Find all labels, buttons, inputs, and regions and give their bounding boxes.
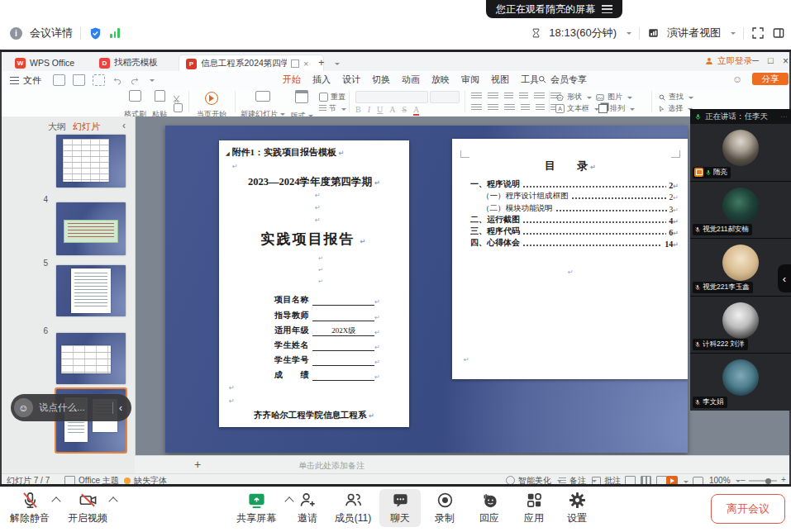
font-size-box[interactable] xyxy=(430,91,460,103)
chat-quick-input[interactable]: ☺ 说点什么... ‹ xyxy=(11,394,131,421)
members-button[interactable]: 成员(11) xyxy=(327,491,379,525)
share-screen-button[interactable]: 共享屏幕 xyxy=(231,491,281,525)
format-painter-button[interactable]: 格式刷 xyxy=(124,90,145,120)
view-mode-selector[interactable]: 演讲者视图 xyxy=(667,26,721,40)
panel-collapse-handle[interactable]: ‹ xyxy=(778,264,791,292)
share-button[interactable]: 分享 xyxy=(752,73,789,85)
chat-collapse-icon[interactable]: ‹ xyxy=(113,402,128,414)
text-direction-icon[interactable] xyxy=(536,104,545,112)
search-icon[interactable] xyxy=(537,74,547,84)
numbering-icon[interactable] xyxy=(488,93,498,100)
quick-access-caret[interactable] xyxy=(150,79,155,84)
new-tab-button[interactable]: + xyxy=(318,56,325,69)
apps-button[interactable]: 应用 xyxy=(511,491,557,525)
reactions-button[interactable]: 回应 xyxy=(466,491,512,525)
info-icon[interactable]: i xyxy=(10,27,22,40)
video-tile[interactable]: 视觉221李玉鑫 xyxy=(690,239,791,296)
unmute-button[interactable]: 解除静音 xyxy=(7,491,53,525)
timer-dropdown-caret[interactable] xyxy=(627,32,631,37)
meeting-timer: 18:13(60分钟) xyxy=(549,26,617,40)
strike-button[interactable]: S xyxy=(402,105,407,116)
tab-popout-icon[interactable] xyxy=(291,59,299,68)
align-center-icon[interactable] xyxy=(471,104,482,112)
video-tile[interactable]: 计科222 刘洋 xyxy=(690,297,791,354)
picture-button[interactable]: 图片 xyxy=(595,92,632,102)
notes-bar[interactable]: + 单击此处添加备注 xyxy=(135,455,791,474)
add-slide-button[interactable]: + xyxy=(194,458,201,471)
outline-tab[interactable]: 大纲 xyxy=(48,121,66,133)
panel-more-icon[interactable]: ⋯ xyxy=(780,112,788,121)
new-slide-button[interactable]: 新建幻灯片 xyxy=(240,90,286,120)
fullscreen-icon[interactable] xyxy=(751,26,765,40)
chat-button[interactable]: 聊天 xyxy=(377,491,423,525)
window-maximize-icon[interactable]: □ xyxy=(768,55,774,65)
section-button[interactable]: 节 xyxy=(319,103,346,114)
current-slide[interactable]: ◢ 附件1：实践项目报告模板 ↵ ↵ 2023—2024学年度第四学期 ↵ ↵ … xyxy=(165,126,688,453)
security-shield-icon[interactable] xyxy=(88,26,102,40)
slide-thumbnail-5[interactable] xyxy=(56,265,126,316)
leave-meeting-button[interactable]: 离开会议 xyxy=(711,494,785,524)
file-menu[interactable]: 文件 xyxy=(10,74,41,87)
login-button[interactable]: 立即登录 xyxy=(704,55,752,67)
video-tile[interactable]: 李文娟 xyxy=(690,354,791,411)
align-right-icon[interactable] xyxy=(488,104,498,112)
notes-placeholder[interactable]: 单击此处添加备注 xyxy=(298,460,365,472)
participant-label: 李文娟 xyxy=(693,397,727,408)
video-tile[interactable]: 隋亮 xyxy=(690,124,791,181)
meeting-details-button[interactable]: 会议详情 xyxy=(30,26,73,40)
find-button[interactable]: 查找 xyxy=(658,92,693,102)
invite-button[interactable]: 邀请 xyxy=(284,491,331,525)
underline-button[interactable]: U xyxy=(377,105,383,116)
banner-menu-icon[interactable] xyxy=(602,5,612,13)
wps-docer-tab[interactable]: D 找稻壳模板 xyxy=(93,55,164,71)
window-minimize-icon[interactable]: ─ xyxy=(752,55,759,65)
wps-home-tab[interactable]: W WPS Office xyxy=(8,55,81,71)
zoom-out-button[interactable]: – xyxy=(741,475,746,484)
wps-document-tab[interactable]: P 信息工程系2024第四学期第三 × xyxy=(179,55,324,72)
font-a-button[interactable]: A xyxy=(389,105,395,116)
hourglass-icon xyxy=(531,27,541,39)
shapes-button[interactable]: 形状 xyxy=(555,92,592,102)
tab-close-icon[interactable]: × xyxy=(303,59,308,69)
italic-button[interactable]: I xyxy=(368,105,370,116)
zoom-slider[interactable] xyxy=(749,480,777,482)
video-tile[interactable]: 视觉211郝安楠 xyxy=(690,182,791,239)
emoji-icon[interactable]: ☺ xyxy=(14,398,33,417)
side-panel-icon[interactable] xyxy=(772,26,785,40)
settings-button[interactable]: 设置 xyxy=(554,491,600,525)
align-left-icon[interactable] xyxy=(534,93,545,100)
chat-input-placeholder[interactable]: 说点什么... xyxy=(33,401,112,414)
save-icon[interactable] xyxy=(53,74,65,86)
textbox-button[interactable]: A 文本框 xyxy=(555,103,599,114)
justify-icon[interactable] xyxy=(504,104,515,112)
select-button[interactable]: 选择 xyxy=(658,103,693,114)
network-signal-icon[interactable] xyxy=(110,28,120,38)
zoom-slider-handle[interactable] xyxy=(765,478,771,484)
columns-icon[interactable] xyxy=(521,104,530,112)
record-label: 录制 xyxy=(435,511,455,525)
indent-icon[interactable] xyxy=(519,93,528,100)
bullets-icon[interactable] xyxy=(471,93,482,100)
tab-list-caret[interactable] xyxy=(335,63,340,68)
reset-button[interactable]: 重置 xyxy=(319,92,345,102)
slide-thumbnail-3[interactable] xyxy=(56,135,126,188)
record-button[interactable]: 录制 xyxy=(422,491,468,525)
outdent-icon[interactable] xyxy=(504,93,513,100)
zoom-in-button[interactable]: + xyxy=(781,475,786,484)
copy-icon[interactable] xyxy=(174,103,183,112)
window-close-icon[interactable]: × xyxy=(783,55,789,67)
slide-thumbnail-6[interactable] xyxy=(56,333,126,384)
font-name-box[interactable] xyxy=(355,91,428,103)
print-icon[interactable] xyxy=(73,74,85,86)
slide-thumbnail-4[interactable] xyxy=(56,202,126,255)
bold-button[interactable]: B xyxy=(355,105,361,116)
start-video-button[interactable]: 开启视频 xyxy=(64,491,111,525)
redo-icon[interactable] xyxy=(130,76,140,85)
arrange-button[interactable]: 排列 xyxy=(598,103,635,114)
font-color-button[interactable]: A xyxy=(413,105,419,116)
output-icon[interactable] xyxy=(93,74,105,86)
view-mode-caret[interactable] xyxy=(731,32,736,37)
undo-icon[interactable] xyxy=(112,76,122,85)
panel-collapse-icon[interactable]: ‹ xyxy=(122,120,126,131)
smiley-icon[interactable]: ☺ xyxy=(732,74,742,85)
